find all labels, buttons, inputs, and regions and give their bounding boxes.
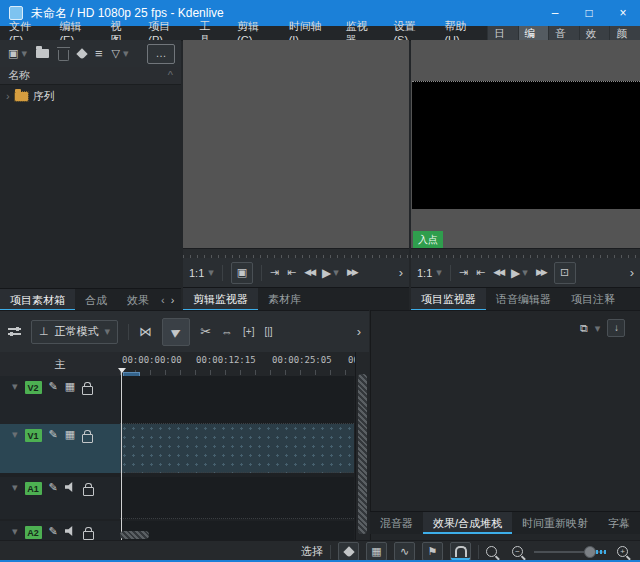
zoom-chevron-icon[interactable]: ▾ xyxy=(436,267,442,278)
monitor-guides-toggle-button[interactable]: ⊡ xyxy=(554,262,576,284)
edit-track-name-icon[interactable]: ✎ xyxy=(49,381,58,392)
zoom-out-button[interactable]: − xyxy=(512,546,523,557)
video-thumbnails-button[interactable]: ▦ xyxy=(366,542,387,561)
layout-logging-button[interactable]: 日志 xyxy=(487,26,518,40)
tab-speech-editor[interactable]: 语音编辑器 xyxy=(486,288,561,311)
vertical-scrollbar-handle[interactable] xyxy=(358,374,367,534)
tab-project-monitor[interactable]: 项目监视器 xyxy=(411,288,486,311)
tab-compositions[interactable]: 合成 xyxy=(75,289,117,311)
set-out-point-icon[interactable]: ⇤ xyxy=(476,267,485,278)
project-monitor-video-frame[interactable] xyxy=(412,81,640,209)
layout-color-button[interactable]: 颜色 xyxy=(609,26,640,40)
razor-tool-icon[interactable]: ✂ xyxy=(200,325,211,338)
collapse-track-icon[interactable]: ▾ xyxy=(12,526,18,537)
filter-chevron-icon[interactable]: ▾ xyxy=(123,48,129,59)
tab-library[interactable]: 素材库 xyxy=(258,288,311,311)
filter-icon[interactable]: ▽ xyxy=(112,48,120,59)
tag-icon[interactable] xyxy=(76,48,87,59)
extract-zone-icon[interactable]: [|] xyxy=(264,327,272,337)
play-chevron-icon[interactable]: ▾ xyxy=(333,267,339,278)
playhead-handle[interactable] xyxy=(118,368,126,373)
video-thumbnails-icon[interactable]: ▦ xyxy=(65,381,75,392)
track-a1-lane[interactable] xyxy=(120,477,354,519)
bin-item-sequences[interactable]: › 序列 xyxy=(0,85,181,104)
bin-overflow-button[interactable]: … xyxy=(147,44,175,64)
sort-ascending-icon[interactable]: ^ xyxy=(168,70,173,81)
tab-mixer[interactable]: 混音器 xyxy=(370,512,423,534)
track-a2-header[interactable]: ▾ A2 ✎ xyxy=(0,521,120,540)
tab-scroll-right-icon[interactable]: › xyxy=(167,289,179,311)
timeline-ruler[interactable]: 00:00:00:00 00:00:12:15 00:00:25:05 00:0 xyxy=(120,352,369,376)
timeline-mode-dropdown[interactable]: ⊥ 正常模式 ▾ xyxy=(31,320,118,344)
minimize-button[interactable]: – xyxy=(538,0,572,26)
view-mode-icon[interactable]: ≡ xyxy=(95,47,103,60)
lock-track-icon[interactable] xyxy=(83,487,94,496)
video-thumbnails-icon[interactable]: ▦ xyxy=(65,429,75,440)
fit-zoom-button[interactable] xyxy=(486,546,497,557)
track-v1-header[interactable]: ▾ V1 ✎ ▦ xyxy=(0,424,120,473)
project-monitor-zoom-level[interactable]: 1:1 xyxy=(417,267,432,279)
speaker-icon[interactable] xyxy=(65,526,76,536)
tab-clip-monitor[interactable]: 剪辑监视器 xyxy=(183,288,258,311)
open-folder-icon[interactable] xyxy=(36,49,49,58)
clip-monitor-display[interactable] xyxy=(183,40,409,248)
play-icon[interactable]: ▶ xyxy=(322,267,331,279)
add-clip-icon[interactable]: ▣ xyxy=(8,48,18,59)
audio-thumbnails-button[interactable]: ∿ xyxy=(394,542,415,561)
zoom-slider-handle[interactable] xyxy=(584,546,596,558)
tab-scroll-left-icon[interactable]: ‹ xyxy=(159,289,167,311)
edit-track-name-icon[interactable]: ✎ xyxy=(49,429,58,440)
tab-project-notes[interactable]: 项目注释 xyxy=(561,288,625,311)
layout-audio-button[interactable]: 音频 xyxy=(548,26,579,40)
compare-effect-icon[interactable]: ⧉ xyxy=(580,323,588,334)
tab-time-remap[interactable]: 时间重新映射 xyxy=(512,512,598,534)
add-clip-chevron-icon[interactable]: ▾ xyxy=(21,48,27,59)
rewind-icon[interactable]: ◀◀ xyxy=(493,268,503,277)
clip-monitor-zoom-level[interactable]: 1:1 xyxy=(189,267,204,279)
layout-editing-button[interactable]: 编辑 xyxy=(518,26,549,40)
timeline-vertical-scrollbar[interactable] xyxy=(355,352,369,540)
insert-zone-icon[interactable]: [+] xyxy=(243,327,254,337)
track-v2-lane[interactable] xyxy=(120,376,354,424)
project-monitor-overflow-icon[interactable]: › xyxy=(630,266,634,279)
tags-button[interactable] xyxy=(338,542,359,561)
save-effect-stack-button[interactable]: ↓ xyxy=(607,319,625,337)
edit-track-name-icon[interactable]: ✎ xyxy=(49,482,58,493)
zoom-in-button[interactable]: + xyxy=(617,546,628,557)
lock-track-icon[interactable] xyxy=(83,531,94,540)
timeline-zoom-slider[interactable] xyxy=(534,544,606,560)
master-track-label[interactable]: 主 xyxy=(0,352,120,376)
tab-project-bin[interactable]: 项目素材箱 xyxy=(0,289,75,311)
tab-subtitles[interactable]: 字幕 xyxy=(598,512,640,534)
zoom-chevron-icon[interactable]: ▾ xyxy=(208,267,214,278)
track-v1-lane[interactable] xyxy=(120,424,354,473)
set-in-point-icon[interactable]: ⇥ xyxy=(459,267,468,278)
collapse-track-icon[interactable]: ▾ xyxy=(12,381,18,392)
set-in-point-icon[interactable]: ⇥ xyxy=(270,267,279,278)
edit-track-name-icon[interactable]: ✎ xyxy=(49,526,58,537)
effect-options-chevron-icon[interactable]: ▾ xyxy=(595,323,601,334)
track-compositing-icon[interactable] xyxy=(8,326,21,337)
play-icon[interactable]: ▶ xyxy=(511,267,520,279)
playhead[interactable] xyxy=(121,368,122,540)
collapse-track-icon[interactable]: ▾ xyxy=(12,482,18,493)
monitor-zone-toggle-button[interactable]: ▣ xyxy=(231,262,253,284)
speaker-icon[interactable] xyxy=(65,482,76,492)
rewind-icon[interactable]: ◀◀ xyxy=(304,268,314,277)
bin-name-column-header[interactable]: 名称 ^ xyxy=(0,67,181,85)
track-v2-header[interactable]: ▾ V2 ✎ ▦ xyxy=(0,376,120,424)
close-button[interactable]: × xyxy=(606,0,640,26)
lock-track-icon[interactable] xyxy=(82,434,93,443)
tab-effects[interactable]: 效果 xyxy=(117,289,159,311)
track-v1-target-badge[interactable]: V1 xyxy=(25,429,42,442)
track-a1-target-badge[interactable]: A1 xyxy=(25,482,42,495)
layout-effects-button[interactable]: 效果 xyxy=(579,26,610,40)
set-out-point-icon[interactable]: ⇤ xyxy=(287,267,296,278)
track-v2-target-badge[interactable]: V2 xyxy=(25,381,42,394)
track-a2-lane[interactable] xyxy=(120,521,354,540)
timeline-horizontal-scrollbar[interactable] xyxy=(120,531,149,539)
maximize-button[interactable]: □ xyxy=(572,0,606,26)
lock-track-icon[interactable] xyxy=(82,386,93,395)
spacer-tool-icon[interactable]: ⇔ xyxy=(221,326,233,338)
clip-monitor-overflow-icon[interactable]: › xyxy=(399,266,403,279)
